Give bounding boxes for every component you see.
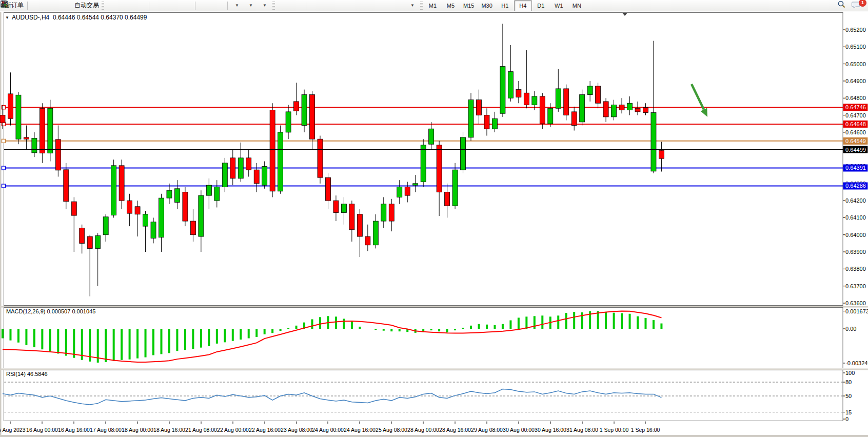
time-axis-label: 18 Aug 16:00 <box>153 427 185 433</box>
price-badge-label: 0.64549 <box>845 138 866 144</box>
periods-button[interactable]: ▼ <box>244 0 258 11</box>
rsi-indicator-label: RSI(14) 46.5846 <box>6 371 48 377</box>
search-icon <box>837 0 846 9</box>
macd-axis-label: 0.00 <box>845 326 856 332</box>
price-badge-label: 0.64648 <box>845 121 866 127</box>
time-axis-label: 17 Aug 08:00 <box>90 427 122 433</box>
text-button[interactable]: A <box>378 0 391 11</box>
candle-body <box>373 221 378 245</box>
chart-shift-button[interactable] <box>211 0 225 11</box>
profile-button[interactable] <box>44 0 57 11</box>
search-button[interactable] <box>837 0 851 11</box>
timeframe-h4-button[interactable]: H4 <box>514 0 532 11</box>
candle-body <box>286 112 291 132</box>
toolbar-separator <box>27 2 28 10</box>
price-axis-label: 0.63600 <box>845 300 866 306</box>
toolbar-grip <box>272 2 275 10</box>
time-axis-label: 30 Aug 00:00 <box>503 427 535 433</box>
candle-body <box>381 204 386 221</box>
candle-body <box>500 67 505 114</box>
zoom-out-button[interactable] <box>165 0 179 11</box>
level-anchor-handle[interactable] <box>2 139 6 143</box>
cursor-button[interactable] <box>276 0 290 11</box>
level-anchor-handle[interactable] <box>2 184 6 188</box>
horizontal-line-button[interactable] <box>322 0 336 11</box>
timeframe-d1-button[interactable]: D1 <box>532 0 550 11</box>
candle-body <box>302 95 307 126</box>
candle-body <box>174 189 180 203</box>
candle-body <box>635 108 640 112</box>
price-axis-label: 0.65100 <box>845 44 866 50</box>
arrows-icon <box>0 0 8 8</box>
time-axis-label: 28 Aug 00:00 <box>407 427 439 433</box>
bar-chart-button[interactable] <box>105 0 119 11</box>
price-axis-label: 0.64700 <box>845 112 866 118</box>
time-axis-label: 15 Aug 2023 <box>0 427 26 433</box>
candle-body <box>556 89 561 108</box>
candle-body <box>135 207 140 214</box>
timeframe-w1-button[interactable]: W1 <box>550 0 568 11</box>
macd-axis-label: 0.001673 <box>845 308 868 314</box>
fibonacci-button[interactable]: F <box>364 0 378 11</box>
chart-wizard-button[interactable] <box>30 0 44 11</box>
candle-body <box>508 72 513 98</box>
candle-body <box>119 166 124 201</box>
level-anchor-handle[interactable] <box>2 166 6 170</box>
candle-body <box>540 96 545 124</box>
toolbar-separator <box>227 2 228 10</box>
time-axis-label: 1 Sep 00:00 <box>600 427 629 433</box>
trendline-button[interactable] <box>336 0 350 11</box>
candle-body <box>318 139 323 177</box>
candle-body <box>214 187 220 201</box>
zoom-in-button[interactable] <box>151 0 165 11</box>
candle-body <box>341 204 346 213</box>
indicators-button[interactable]: ▼ <box>230 0 244 11</box>
vertical-line-button[interactable] <box>308 0 322 11</box>
auto-scroll-button[interactable] <box>198 0 211 11</box>
text-label-button[interactable]: T <box>391 0 405 11</box>
time-axis-label: 24 Aug 00:00 <box>312 427 344 433</box>
symbol-dropdown-icon[interactable]: ▼ <box>5 15 9 20</box>
time-axis-label: 16 Aug 16:00 <box>58 427 90 433</box>
rsi-axis-label: 100 <box>845 370 855 376</box>
candle-body <box>48 108 53 153</box>
candle-body <box>405 187 410 195</box>
candle-body <box>24 137 29 139</box>
candle-body <box>492 118 497 129</box>
candle-body <box>127 201 132 213</box>
candle-body <box>278 132 283 191</box>
candle-body <box>429 129 434 144</box>
timeframe-mn-button[interactable]: MN <box>568 0 586 11</box>
candle-body <box>80 228 85 243</box>
timeframe-m30-button[interactable]: M30 <box>478 0 496 11</box>
arrows-button[interactable]: ▼ <box>405 0 419 11</box>
time-axis-label: 23 Aug 08:00 <box>281 427 312 433</box>
price-axis-label: 0.65200 <box>845 27 866 33</box>
chart-canvas[interactable]: 0.652000.651000.650000.649000.648000.647… <box>0 0 868 437</box>
candle-body <box>183 192 188 221</box>
candle-body <box>71 202 76 215</box>
tile-windows-button[interactable] <box>179 0 193 11</box>
autotrading-button[interactable]: 自动交易 <box>71 0 101 11</box>
equidistant-channel-button[interactable]: E <box>350 0 364 11</box>
window-bottom-edge <box>0 435 868 437</box>
timeframe-m15-button[interactable]: M15 <box>460 0 478 11</box>
timeframe-m1-button[interactable]: M1 <box>424 0 442 11</box>
line-chart-button[interactable] <box>133 0 147 11</box>
price-axis-label: 0.63900 <box>845 249 866 255</box>
candle-body <box>87 236 92 248</box>
time-axis-label: 16 Aug 00:00 <box>26 427 58 433</box>
crosshair-button[interactable] <box>290 0 304 11</box>
candlestick-chart-button[interactable] <box>119 0 133 11</box>
candle-body <box>580 95 585 122</box>
candle-body <box>532 96 537 105</box>
alerts-button[interactable] <box>57 0 71 11</box>
time-axis-label: 21 Aug 08:00 <box>185 427 217 433</box>
templates-button[interactable]: ▼ <box>258 0 271 11</box>
timeframe-h1-button[interactable]: H1 <box>496 0 514 11</box>
candle-body <box>238 158 243 178</box>
timeframe-m5-button[interactable]: M5 <box>442 0 460 11</box>
notifications-button[interactable]: 1 <box>851 0 865 11</box>
candle-body <box>32 138 37 153</box>
candle-body <box>310 95 315 140</box>
